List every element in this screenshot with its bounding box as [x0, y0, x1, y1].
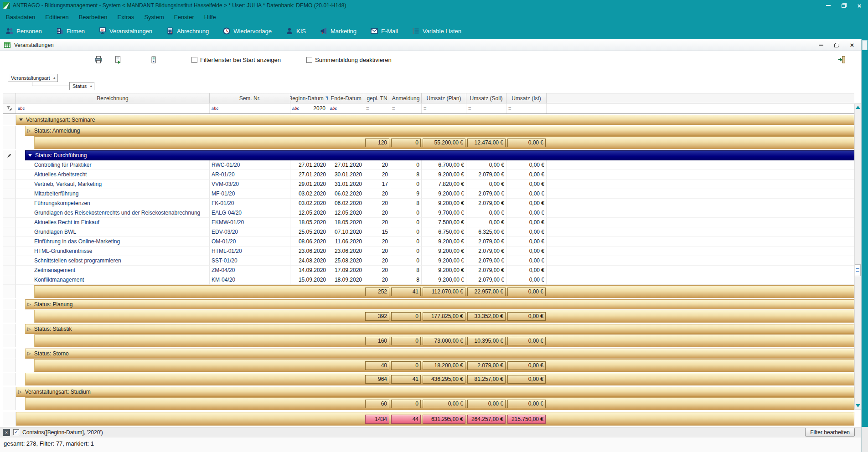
- scroll-down-icon[interactable]: [856, 404, 860, 407]
- filter-cell-ende-datum[interactable]: abc: [328, 103, 364, 113]
- menu-system[interactable]: System: [139, 12, 169, 22]
- table-row[interactable]: MitarbeiterführungMF-01/2003.02.202006.0…: [3, 189, 854, 199]
- filter-cell-umsatz-soll[interactable]: =: [466, 103, 506, 113]
- toolbar-kis[interactable]: KIS: [285, 27, 306, 35]
- group-row[interactable]: Veranstaltungsart: Seminare: [3, 115, 854, 125]
- export-icon[interactable]: [114, 56, 122, 64]
- mdi-scrollbar[interactable]: [862, 39, 868, 427]
- expand-icon[interactable]: ▷: [27, 302, 31, 307]
- group-row[interactable]: ▷Status: Storno: [3, 349, 854, 359]
- filter-cell-umsatz-ist[interactable]: =: [506, 103, 547, 113]
- filter-cell-gepl-tn[interactable]: =: [364, 103, 390, 113]
- mdi-scrollbar-thumb[interactable]: [862, 40, 868, 50]
- collapse-icon[interactable]: [28, 154, 32, 157]
- remove-filter-button[interactable]: ×: [3, 429, 10, 436]
- restore-icon[interactable]: [831, 41, 842, 49]
- table-row[interactable]: Controlling für PraktikerRWC-01/2027.01.…: [3, 160, 854, 170]
- group-row[interactable]: ▷Status: Statistik: [3, 324, 854, 334]
- scroll-up-icon[interactable]: [856, 106, 860, 109]
- group-row[interactable]: Status: Durchführung: [3, 150, 854, 160]
- table-row[interactable]: Vertrieb, Verkauf, MarketingVVM-03/2029.…: [3, 180, 854, 189]
- table-row[interactable]: Grundlagen des Reisekostenrechts und der…: [3, 208, 854, 218]
- minimize-icon[interactable]: [822, 1, 834, 10]
- toolbar-variable-listen[interactable]: Variable Listen: [412, 27, 461, 35]
- edit-filter-button[interactable]: Filter bearbeiten: [805, 428, 855, 437]
- minimize-icon[interactable]: [816, 41, 827, 49]
- col-header-umsatz-plan[interactable]: Umsatz (Plan): [422, 93, 466, 103]
- filter-on-start-checkbox[interactable]: Filterfenster bei Start anzeigen: [191, 56, 281, 63]
- toolbar-wiedervorlage[interactable]: Wiedervorlage: [222, 27, 272, 35]
- group-band[interactable]: Status: Durchführung: [25, 150, 854, 160]
- cell-filler: [547, 170, 854, 180]
- table-row[interactable]: Aktuelles Recht im EinkaufEKMW-01/2018.0…: [3, 218, 854, 227]
- table-row[interactable]: ZeitmanagementZM-04/2014.09.202017.09.20…: [3, 266, 854, 275]
- expand-icon[interactable]: ▷: [18, 390, 22, 394]
- menu-fenster[interactable]: Fenster: [169, 12, 199, 22]
- filter-value[interactable]: 2020: [313, 105, 326, 112]
- col-header-ende-datum[interactable]: Ende-Datum: [328, 93, 364, 103]
- filter-cell-beginn-datum[interactable]: abc2020: [290, 103, 328, 113]
- group-band[interactable]: ▷Veranstaltungsart: Studium: [16, 387, 854, 397]
- exit-icon[interactable]: [837, 56, 846, 64]
- menu-editieren[interactable]: Editieren: [40, 12, 73, 22]
- table-row[interactable]: FührungskompetenzenFK-01/2003.02.202006.…: [3, 199, 854, 208]
- col-header-sem-nr[interactable]: Sem. Nr.: [210, 93, 290, 103]
- group-band[interactable]: ▷Status: Statistik: [25, 324, 854, 334]
- table-row[interactable]: Aktuelles ArbeitsrechtAR-01/2027.01.2020…: [3, 170, 854, 180]
- col-header-umsatz-ist[interactable]: Umsatz (Ist): [506, 93, 547, 103]
- cell-ende-datum: 27.01.2020: [328, 160, 364, 170]
- grid-scrollbar-thumb[interactable]: [855, 264, 861, 276]
- filter-active-checkbox[interactable]: ✓: [13, 429, 19, 435]
- group-row[interactable]: ▷Status: Planung: [3, 299, 854, 309]
- group-band[interactable]: ▷Status: Planung: [25, 299, 854, 309]
- group-row[interactable]: ▷Status: Anmeldung: [3, 126, 854, 136]
- menu-extras[interactable]: Extras: [113, 12, 140, 22]
- filter-cell-bezeichnung[interactable]: abc: [16, 103, 210, 113]
- toolbar-abrechnung[interactable]: Abrechnung: [166, 27, 209, 35]
- toolbar-veranstaltungen[interactable]: Veranstaltungen: [98, 27, 152, 35]
- menu-basisdaten[interactable]: Basisdaten: [1, 12, 40, 22]
- summary-umsatz-plan: 436.295,00 €: [423, 375, 465, 384]
- indent-spacer: [16, 126, 25, 136]
- table-row[interactable]: KonfliktmanagementKM-04/2015.09.202018.0…: [3, 275, 854, 285]
- events-grid: Bezeichnung Sem. Nr. Beginn-Datum Ende-D…: [3, 93, 854, 426]
- col-header-beginn-datum[interactable]: Beginn-Datum: [290, 93, 328, 103]
- toolbar-marketing[interactable]: Marketing: [320, 27, 356, 35]
- table-row[interactable]: Grundlagen BWLEDV-03/2025.05.202007.10.2…: [3, 227, 854, 237]
- filter-expression[interactable]: Contains([Beginn-Datum], '2020'): [22, 429, 103, 436]
- group-row[interactable]: ▷Veranstaltungsart: Studium: [3, 387, 854, 397]
- close-icon[interactable]: ×: [853, 1, 865, 10]
- filter-cell-sem-nr[interactable]: abc: [210, 103, 290, 113]
- print-icon[interactable]: [94, 56, 103, 64]
- table-row[interactable]: HTML-GrundkenntnisseHTML-01/2023.06.2020…: [3, 247, 854, 256]
- grid-scrollbar[interactable]: [854, 103, 861, 410]
- col-header-umsatz-soll[interactable]: Umsatz (Soll): [466, 93, 506, 103]
- table-row[interactable]: Einführung in das Online-MarketingOM-01/…: [3, 237, 854, 247]
- toolbar-personen[interactable]: Personen: [5, 27, 42, 35]
- menu-hilfe[interactable]: Hilfe: [199, 12, 221, 22]
- toolbar-firmen[interactable]: Firmen: [56, 27, 85, 35]
- disable-sums-checkbox[interactable]: Summenbildung deaktivieren: [306, 56, 392, 63]
- close-icon[interactable]: ×: [847, 41, 858, 49]
- table-row[interactable]: Schnittstellen selbst programmierenSST-0…: [3, 256, 854, 266]
- device-icon[interactable]: [150, 56, 158, 64]
- col-header-anmeldung[interactable]: Anmeldung: [390, 93, 422, 103]
- restore-icon[interactable]: [838, 1, 850, 10]
- groupby-status[interactable]: Status ▲: [69, 82, 94, 90]
- summary-umsatz-soll: 33.352,00 €: [467, 312, 506, 321]
- collapse-icon[interactable]: [19, 118, 23, 121]
- group-band[interactable]: ▷Status: Anmeldung: [25, 126, 854, 136]
- groupby-veranstaltungsart[interactable]: Veranstaltungsart ▲: [8, 74, 58, 82]
- filter-cell-anmeldung[interactable]: =: [390, 103, 422, 113]
- group-label: Status: Durchführung: [35, 152, 87, 159]
- group-band[interactable]: ▷Status: Storno: [25, 349, 854, 359]
- group-band[interactable]: Veranstaltungsart: Seminare: [16, 115, 854, 125]
- filter-cell-umsatz-plan[interactable]: =: [422, 103, 466, 113]
- expand-icon[interactable]: ▷: [27, 327, 31, 331]
- expand-icon[interactable]: ▷: [27, 351, 31, 356]
- col-header-gepl-tn[interactable]: gepl. TN: [364, 93, 390, 103]
- expand-icon[interactable]: ▷: [27, 128, 31, 133]
- menu-bearbeiten[interactable]: Bearbeiten: [74, 12, 113, 22]
- toolbar-email[interactable]: E-Mail: [370, 27, 398, 35]
- col-header-bezeichnung[interactable]: Bezeichnung: [16, 93, 210, 103]
